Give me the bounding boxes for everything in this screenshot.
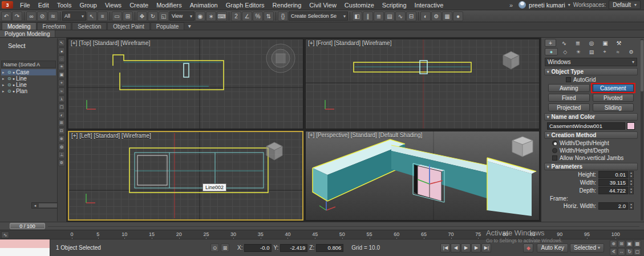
width-input[interactable]: 39.115 (598, 179, 628, 186)
visibility-icon[interactable]: ⊙ (7, 89, 11, 94)
menu-customize[interactable]: Customize (341, 1, 378, 10)
zoom-icon[interactable]: ⊕ (610, 240, 617, 247)
list-item[interactable]: ▸⊙●Line (1, 82, 56, 88)
display-tab-icon[interactable]: ▣ (600, 39, 611, 47)
viewport-front[interactable]: [+] [Front] [Standard] [Wireframe] (305, 39, 540, 129)
rollout-object-type-header[interactable]: ▾ Object Type (544, 68, 638, 75)
wall-plan-outline[interactable] (113, 55, 224, 90)
unlink-selection-icon[interactable]: ⊘ (37, 11, 47, 21)
tab-polygon-modeling[interactable]: Polygon Modeling (0, 30, 55, 37)
select-menu[interactable]: Select (8, 42, 26, 49)
percent-snap-icon[interactable]: % (253, 11, 263, 21)
radio-width-depth-height[interactable] (552, 141, 557, 146)
go-to-end-icon[interactable]: ▶| (481, 243, 491, 253)
rollout-name-color-header[interactable]: ▾ Name and Color (544, 113, 638, 121)
menu-views[interactable]: Views (101, 1, 125, 10)
spinner-snap-icon[interactable]: ⇅ (264, 11, 274, 21)
chevron-right-icon[interactable]: ▸ (2, 89, 6, 94)
depth-input[interactable]: 44.722 (598, 187, 628, 194)
object-type-casement-button[interactable]: Casement (593, 84, 634, 92)
zoom-extents-icon[interactable]: ▣ (626, 240, 633, 247)
app-logo-icon[interactable]: 3 (2, 1, 13, 9)
layer-manager-icon[interactable]: ≣ (374, 11, 384, 21)
casement-window-object[interactable] (413, 163, 444, 202)
cameras-category-icon[interactable]: ▤ (585, 48, 597, 55)
rollout-creation-method-header[interactable]: ▾ Creation Method (544, 131, 638, 139)
named-selection-sets-dropdown[interactable]: Create Selection Se▾ (289, 11, 348, 21)
helpers-category-icon[interactable]: ⌖ (599, 48, 611, 55)
select-and-rotate-icon[interactable]: ↻ (148, 11, 158, 21)
helpers-filter-icon[interactable]: ⌖ (58, 79, 65, 86)
selection-filter-dropdown[interactable]: All▾ (62, 11, 86, 21)
angle-snap-icon[interactable]: ∠ (242, 11, 252, 21)
radio-width-height-depth[interactable] (552, 148, 557, 153)
horiz-width-spinner[interactable]: ▴▾ (629, 202, 634, 210)
visibility-icon[interactable]: ⊙ (7, 76, 11, 81)
front-viewport-canvas[interactable] (306, 39, 540, 129)
select-and-link-icon[interactable]: ∞ (26, 11, 37, 21)
xref-filter-icon[interactable]: ⊡ (58, 127, 65, 134)
select-and-manipulate-icon[interactable]: ∗ (206, 11, 216, 21)
track-bar[interactable]: ∿ 05101520253035404550556065707580859095… (0, 230, 644, 239)
lights-category-icon[interactable]: ☀ (572, 48, 584, 55)
menu-group[interactable]: Group (75, 1, 101, 10)
viewport-front-label[interactable]: [+] [Front] [Standard] [Wireframe] (308, 40, 391, 46)
auto-key-button[interactable]: Auto Key (537, 243, 568, 253)
render-setup-icon[interactable]: ⚙ (431, 11, 442, 21)
wall-side-outline[interactable] (129, 148, 268, 193)
time-slider[interactable]: 0 / 100 (0, 222, 644, 230)
window-side-frame[interactable] (135, 153, 264, 188)
tab-freeform[interactable]: Freeform (37, 22, 72, 30)
materials-filter-icon[interactable]: ◐ (58, 111, 65, 118)
width-spinner[interactable]: ▴▾ (629, 179, 634, 186)
menu-tools[interactable]: Tools (53, 1, 76, 10)
lights-filter-icon[interactable]: ☀ (58, 63, 65, 70)
list-item[interactable]: ▸⊙●Plan (1, 88, 56, 94)
explorer-settings-icon[interactable]: ⚙ (58, 159, 65, 166)
macro-recorder-line[interactable] (0, 239, 50, 248)
left-wall-object[interactable] (313, 139, 405, 201)
shapes-category-icon[interactable]: ◇ (559, 48, 571, 55)
height-spinner[interactable]: ▴▾ (629, 171, 634, 178)
window-plan[interactable] (184, 63, 189, 77)
scroll-track[interactable] (39, 203, 57, 207)
time-slider-handle[interactable]: 0 / 100 (10, 223, 45, 229)
frozen-filter-icon[interactable]: ⊗ (58, 135, 65, 142)
menu-create[interactable]: Create (125, 1, 152, 10)
zoom-all-icon[interactable]: ⊞ (618, 240, 625, 247)
x-coordinate-input[interactable]: -0.0 (244, 244, 272, 252)
bind-to-space-warp-icon[interactable]: ≋ (48, 11, 58, 21)
create-tab-icon[interactable]: + (545, 39, 556, 47)
motion-tab-icon[interactable]: ◎ (586, 39, 597, 47)
menu-civil-view[interactable]: Civil View (305, 1, 340, 10)
list-item[interactable]: ▸⊙●Case (1, 69, 56, 75)
fov-icon[interactable]: ∢ (610, 248, 617, 255)
height-input[interactable]: 0.01 (598, 171, 628, 178)
spacewarps-filter-icon[interactable]: ≈ (58, 87, 65, 94)
select-and-scale-icon[interactable]: ◱ (159, 11, 169, 21)
chevron-right-icon[interactable]: ▸ (2, 83, 6, 87)
object-type-fixed-button[interactable]: Fixed (548, 94, 590, 102)
play-icon[interactable]: ▶ (461, 243, 471, 253)
viewport-left-label[interactable]: [+] [Left] [Standard] [Wireframe] (71, 133, 151, 139)
perspective-viewport-canvas[interactable] (306, 131, 540, 221)
tab-selection[interactable]: Selection (72, 22, 107, 30)
workspaces-dropdown[interactable]: Default ▾ (609, 1, 641, 9)
list-item[interactable]: ▸⊙●Line (1, 75, 56, 82)
containers-filter-icon[interactable]: ▢ (58, 103, 65, 110)
cameras-filter-icon[interactable]: ▣ (58, 71, 65, 78)
material-editor-icon[interactable]: ◐ (420, 11, 431, 21)
name-column-header[interactable]: Name (Sorted A (1, 61, 56, 68)
spacewarps-category-icon[interactable]: ≈ (612, 48, 624, 55)
ribbon-minimize-icon[interactable]: ▾ (185, 22, 194, 30)
menu-modifiers[interactable]: Modifiers (152, 1, 186, 10)
select-object-icon[interactable]: ↖ (87, 11, 97, 21)
viewcube[interactable] (512, 137, 533, 157)
visibility-icon[interactable]: ⊙ (7, 82, 11, 87)
select-by-name-icon[interactable]: ≡ (98, 11, 108, 21)
menubar-overflow-icon[interactable]: » (507, 2, 516, 9)
object-color-swatch[interactable] (627, 122, 635, 130)
select-and-move-icon[interactable]: ✥ (137, 11, 147, 21)
selection-lock-icon[interactable]: ⊠ (221, 243, 229, 252)
maximize-viewport-icon[interactable]: ▢ (634, 248, 641, 255)
